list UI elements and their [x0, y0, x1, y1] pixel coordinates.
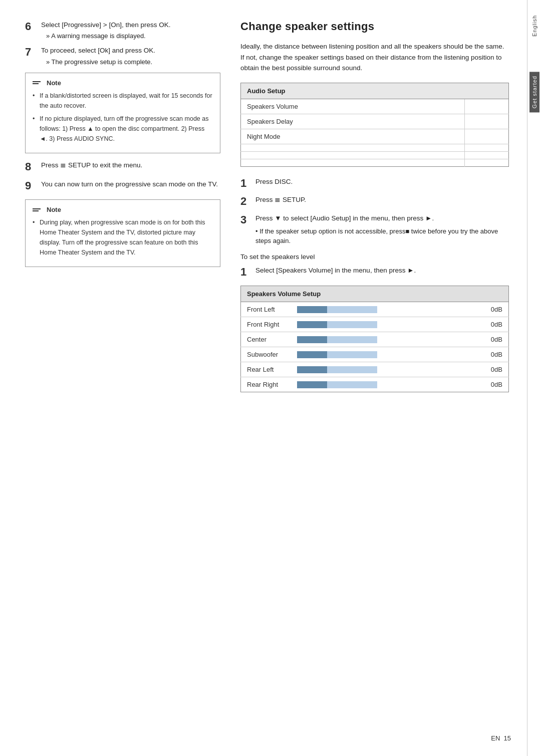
volume-bar-fill — [297, 366, 327, 373]
volume-bar-fill — [297, 351, 327, 358]
step-7-text: To proceed, select [Ok] and press OK. — [41, 47, 155, 54]
volume-value: 0dB — [383, 347, 509, 362]
note-2-body: During play, when progressive scan mode … — [33, 217, 213, 258]
volume-bar-cell — [291, 317, 383, 332]
right-column: Change speaker settings Ideally, the dis… — [235, 20, 509, 736]
volume-bar-fill — [297, 306, 327, 313]
step-9: 9 You can now turn on the progressive sc… — [25, 179, 220, 192]
audio-setup-value — [464, 144, 508, 151]
volume-table-row: Front Left0dB — [241, 302, 509, 317]
step-7: 7 To proceed, select [Ok] and press OK. … — [25, 46, 220, 65]
intro-text: Ideally, the distance between listening … — [240, 41, 509, 74]
audio-setup-label: Night Mode — [241, 129, 465, 144]
audio-setup-row — [241, 159, 509, 166]
volume-bar-fill — [297, 321, 327, 328]
section-heading: Change speaker settings — [240, 20, 509, 33]
page-container: 6 Select [Progressive] > [On], then pres… — [0, 0, 541, 756]
step-8-content: Press ≣ SETUP to exit the menu. — [41, 160, 220, 170]
audio-setup-label — [241, 144, 465, 151]
right-step-1-number: 1 — [240, 177, 250, 190]
right-step-1b-number: 1 — [240, 266, 250, 279]
audio-setup-row: Speakers Delay — [241, 114, 509, 129]
volume-value: 0dB — [383, 362, 509, 377]
volume-table-row: Rear Left0dB — [241, 362, 509, 377]
note-icon-1 — [33, 81, 41, 84]
right-step-1b: 1 Select [Speakers Volume] in the menu, … — [240, 266, 509, 279]
right-step-1-content: Press DISC. — [255, 177, 509, 187]
audio-setup-row: Night Mode — [241, 129, 509, 144]
volume-bar-fill — [297, 336, 327, 343]
step-6-sub: A warning message is displayed. — [46, 32, 220, 40]
audio-setup-label — [241, 151, 465, 159]
step-9-text: You can now turn on the progressive scan… — [41, 180, 218, 188]
audio-setup-label: Speakers Volume — [241, 99, 465, 114]
volume-bar-container — [297, 336, 377, 343]
right-step-3-content: Press ▼ to select [Audio Setup] in the m… — [255, 213, 509, 246]
volume-value: 0dB — [383, 317, 509, 332]
audio-setup-value — [464, 159, 508, 166]
note-2-header: Note — [33, 206, 213, 213]
right-step-2-number: 2 — [240, 195, 250, 208]
right-step-2: 2 Press ≣ SETUP. — [240, 195, 509, 208]
volume-label: Front Left — [241, 302, 291, 317]
volume-value: 0dB — [383, 302, 509, 317]
note-1-bullet-2: If no picture displayed, turn off the pr… — [33, 114, 213, 144]
volume-table-row: Center0dB — [241, 332, 509, 347]
step-9-content: You can now turn on the progressive scan… — [41, 179, 220, 189]
volume-table-header: Speakers Volume Setup — [241, 286, 509, 302]
audio-setup-row: Speakers Volume — [241, 99, 509, 114]
page-number: EN 15 — [491, 734, 511, 742]
audio-setup-header: Audio Setup — [241, 83, 509, 99]
volume-label: Center — [241, 332, 291, 347]
step-6-text: Select [Progressive] > [On], then press … — [41, 21, 171, 29]
to-set-text: To set the speakers level — [240, 253, 509, 261]
right-step-3-bullet: If the speaker setup option is not acces… — [255, 226, 509, 246]
note-1-header: Note — [33, 79, 213, 87]
audio-setup-value — [464, 129, 508, 144]
volume-bar-cell — [291, 332, 383, 347]
note-box-2: Note During play, when progressive scan … — [25, 199, 220, 267]
step-7-number: 7 — [25, 46, 37, 59]
right-step-1: 1 Press DISC. — [240, 177, 509, 190]
audio-setup-label — [241, 159, 465, 166]
volume-bar-container — [297, 351, 377, 358]
volume-label: Subwoofer — [241, 347, 291, 362]
side-tab-english: English — [531, 10, 537, 42]
volume-value: 0dB — [383, 332, 509, 347]
main-content: 6 Select [Progressive] > [On], then pres… — [0, 0, 527, 756]
note-box-1: Note If a blank/distorted screen is disp… — [25, 73, 220, 153]
right-step-3: 3 Press ▼ to select [Audio Setup] in the… — [240, 213, 509, 246]
note-1-bullet-1: If a blank/distorted screen is displayed… — [33, 91, 213, 111]
volume-table-row: Rear Right0dB — [241, 377, 509, 392]
volume-value: 0dB — [383, 377, 509, 392]
audio-setup-value — [464, 114, 508, 129]
volume-table: Speakers Volume Setup Front Left0dBFront… — [240, 286, 509, 392]
audio-setup-value — [464, 151, 508, 159]
volume-label: Rear Left — [241, 362, 291, 377]
note-2-bullet-1: During play, when progressive scan mode … — [33, 217, 213, 258]
volume-label: Front Right — [241, 317, 291, 332]
volume-bar-cell — [291, 347, 383, 362]
audio-setup-row — [241, 151, 509, 159]
volume-bar-cell — [291, 362, 383, 377]
step-7-content: To proceed, select [Ok] and press OK. Th… — [41, 46, 220, 65]
volume-table-row: Subwoofer0dB — [241, 347, 509, 362]
note-1-body: If a blank/distorted screen is displayed… — [33, 91, 213, 144]
left-column: 6 Select [Progressive] > [On], then pres… — [25, 20, 235, 736]
volume-bar-container — [297, 306, 377, 313]
volume-bar-container — [297, 321, 377, 328]
step-6: 6 Select [Progressive] > [On], then pres… — [25, 20, 220, 40]
step-6-number: 6 — [25, 20, 37, 33]
step-9-number: 9 — [25, 179, 37, 192]
step-6-content: Select [Progressive] > [On], then press … — [41, 20, 220, 40]
volume-table-row: Front Right0dB — [241, 317, 509, 332]
audio-setup-label: Speakers Delay — [241, 114, 465, 129]
volume-bar-fill — [297, 381, 327, 388]
audio-setup-table: Audio Setup Speakers VolumeSpeakers Dela… — [240, 83, 509, 167]
step-8-text: Press ≣ SETUP to exit the menu. — [41, 161, 142, 169]
side-tab: English Get started — [527, 0, 541, 756]
audio-setup-row — [241, 144, 509, 151]
volume-bar-cell — [291, 377, 383, 392]
volume-label: Rear Right — [241, 377, 291, 392]
right-step-3-number: 3 — [240, 213, 250, 226]
